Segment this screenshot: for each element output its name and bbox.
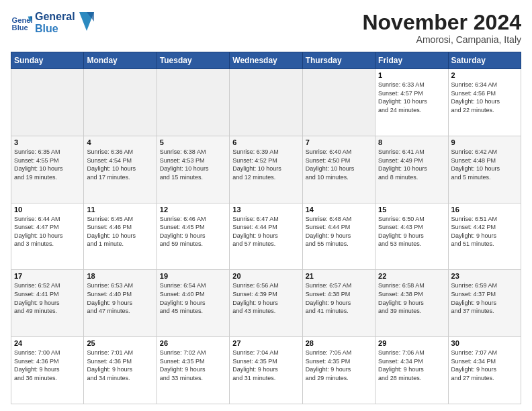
day-detail: Sunrise: 6:46 AM Sunset: 4:45 PM Dayligh… xyxy=(160,215,226,248)
month-title: November 2024 xyxy=(362,11,521,34)
day-detail: Sunrise: 6:59 AM Sunset: 4:37 PM Dayligh… xyxy=(451,281,518,315)
location-subtitle: Amorosi, Campania, Italy xyxy=(362,34,521,45)
calendar-cell: 24Sunrise: 7:00 AM Sunset: 4:36 PM Dayli… xyxy=(11,337,84,404)
day-detail: Sunrise: 7:01 AM Sunset: 4:36 PM Dayligh… xyxy=(87,349,153,382)
calendar-cell xyxy=(157,69,229,136)
day-detail: Sunrise: 7:00 AM Sunset: 4:36 PM Dayligh… xyxy=(14,349,81,382)
day-number: 24 xyxy=(14,339,81,347)
week-row-2: 3Sunrise: 6:35 AM Sunset: 4:55 PM Daylig… xyxy=(11,136,521,203)
day-detail: Sunrise: 6:36 AM Sunset: 4:54 PM Dayligh… xyxy=(87,148,153,181)
day-detail: Sunrise: 6:45 AM Sunset: 4:46 PM Dayligh… xyxy=(87,215,153,248)
calendar-cell: 11Sunrise: 6:45 AM Sunset: 4:46 PM Dayli… xyxy=(84,203,157,270)
calendar-cell: 23Sunrise: 6:59 AM Sunset: 4:37 PM Dayli… xyxy=(448,270,521,337)
day-number: 28 xyxy=(306,339,372,347)
day-detail: Sunrise: 6:34 AM Sunset: 4:56 PM Dayligh… xyxy=(451,81,518,114)
calendar-cell: 30Sunrise: 7:07 AM Sunset: 4:34 PM Dayli… xyxy=(448,337,521,404)
day-detail: Sunrise: 6:40 AM Sunset: 4:50 PM Dayligh… xyxy=(306,148,372,181)
calendar-cell: 9Sunrise: 6:42 AM Sunset: 4:48 PM Daylig… xyxy=(448,136,521,203)
calendar-cell: 3Sunrise: 6:35 AM Sunset: 4:55 PM Daylig… xyxy=(11,136,84,203)
day-detail: Sunrise: 7:06 AM Sunset: 4:34 PM Dayligh… xyxy=(378,349,445,382)
calendar-cell: 10Sunrise: 6:44 AM Sunset: 4:47 PM Dayli… xyxy=(11,203,84,270)
day-detail: Sunrise: 6:53 AM Sunset: 4:40 PM Dayligh… xyxy=(87,281,153,315)
logo-triangle-icon xyxy=(79,12,94,31)
calendar-cell: 1Sunrise: 6:33 AM Sunset: 4:57 PM Daylig… xyxy=(375,69,448,136)
title-block: November 2024 Amorosi, Campania, Italy xyxy=(362,11,521,45)
day-detail: Sunrise: 6:57 AM Sunset: 4:38 PM Dayligh… xyxy=(306,281,372,315)
calendar-cell: 14Sunrise: 6:48 AM Sunset: 4:44 PM Dayli… xyxy=(302,203,375,270)
calendar-cell: 18Sunrise: 6:53 AM Sunset: 4:40 PM Dayli… xyxy=(84,270,157,337)
calendar-cell: 16Sunrise: 6:51 AM Sunset: 4:42 PM Dayli… xyxy=(448,203,521,270)
col-thursday: Thursday xyxy=(302,52,375,69)
day-detail: Sunrise: 6:35 AM Sunset: 4:55 PM Dayligh… xyxy=(14,148,81,181)
day-detail: Sunrise: 7:02 AM Sunset: 4:35 PM Dayligh… xyxy=(160,349,226,382)
day-number: 4 xyxy=(87,138,153,146)
day-number: 11 xyxy=(87,205,153,214)
day-detail: Sunrise: 6:54 AM Sunset: 4:40 PM Dayligh… xyxy=(160,281,226,315)
calendar-cell: 25Sunrise: 7:01 AM Sunset: 4:36 PM Dayli… xyxy=(84,337,157,404)
header: General Blue General Blue November 2024 … xyxy=(11,11,521,45)
day-number: 14 xyxy=(306,205,372,214)
calendar-cell: 15Sunrise: 6:50 AM Sunset: 4:43 PM Dayli… xyxy=(375,203,448,270)
col-sunday: Sunday xyxy=(11,52,84,69)
day-detail: Sunrise: 7:04 AM Sunset: 4:35 PM Dayligh… xyxy=(232,349,299,382)
day-detail: Sunrise: 7:07 AM Sunset: 4:34 PM Dayligh… xyxy=(451,349,518,382)
logo-text-line2: Blue xyxy=(35,23,75,35)
day-number: 29 xyxy=(378,339,445,347)
day-detail: Sunrise: 6:44 AM Sunset: 4:47 PM Dayligh… xyxy=(14,215,81,248)
day-number: 26 xyxy=(160,339,226,347)
calendar-cell xyxy=(11,69,84,136)
calendar-header-row: Sunday Monday Tuesday Wednesday Thursday… xyxy=(11,52,521,69)
logo-text-line1: General xyxy=(35,11,75,23)
day-detail: Sunrise: 6:41 AM Sunset: 4:49 PM Dayligh… xyxy=(378,148,445,181)
calendar-cell: 17Sunrise: 6:52 AM Sunset: 4:41 PM Dayli… xyxy=(11,270,84,337)
calendar-cell xyxy=(302,69,375,136)
day-number: 18 xyxy=(87,272,153,280)
calendar-cell: 28Sunrise: 7:05 AM Sunset: 4:35 PM Dayli… xyxy=(302,337,375,404)
logo-icon: General Blue xyxy=(11,12,32,34)
svg-text:Blue: Blue xyxy=(12,24,28,32)
day-number: 15 xyxy=(378,205,445,214)
calendar-cell: 6Sunrise: 6:39 AM Sunset: 4:52 PM Daylig… xyxy=(230,136,302,203)
calendar-cell: 5Sunrise: 6:38 AM Sunset: 4:53 PM Daylig… xyxy=(157,136,229,203)
day-number: 22 xyxy=(378,272,445,280)
day-number: 23 xyxy=(451,272,518,280)
day-number: 13 xyxy=(232,205,299,214)
calendar-cell: 12Sunrise: 6:46 AM Sunset: 4:45 PM Dayli… xyxy=(157,203,229,270)
day-detail: Sunrise: 6:33 AM Sunset: 4:57 PM Dayligh… xyxy=(378,81,445,114)
day-number: 2 xyxy=(451,71,518,79)
day-detail: Sunrise: 6:56 AM Sunset: 4:39 PM Dayligh… xyxy=(232,281,299,315)
calendar-cell xyxy=(84,69,157,136)
day-detail: Sunrise: 7:05 AM Sunset: 4:35 PM Dayligh… xyxy=(306,349,372,382)
calendar-cell: 22Sunrise: 6:58 AM Sunset: 4:38 PM Dayli… xyxy=(375,270,448,337)
col-friday: Friday xyxy=(375,52,448,69)
day-detail: Sunrise: 6:39 AM Sunset: 4:52 PM Dayligh… xyxy=(232,148,299,181)
logo: General Blue General Blue xyxy=(11,11,94,36)
col-tuesday: Tuesday xyxy=(157,52,229,69)
calendar-cell: 29Sunrise: 7:06 AM Sunset: 4:34 PM Dayli… xyxy=(375,337,448,404)
week-row-1: 1Sunrise: 6:33 AM Sunset: 4:57 PM Daylig… xyxy=(11,69,521,136)
day-number: 5 xyxy=(160,138,226,146)
day-number: 9 xyxy=(451,138,518,146)
col-saturday: Saturday xyxy=(448,52,521,69)
day-detail: Sunrise: 6:38 AM Sunset: 4:53 PM Dayligh… xyxy=(160,148,226,181)
day-number: 21 xyxy=(306,272,372,280)
day-number: 12 xyxy=(160,205,226,214)
day-detail: Sunrise: 6:47 AM Sunset: 4:44 PM Dayligh… xyxy=(232,215,299,248)
calendar-cell: 4Sunrise: 6:36 AM Sunset: 4:54 PM Daylig… xyxy=(84,136,157,203)
day-number: 20 xyxy=(232,272,299,280)
day-number: 10 xyxy=(14,205,81,214)
day-number: 19 xyxy=(160,272,226,280)
day-number: 27 xyxy=(232,339,299,347)
calendar-cell: 2Sunrise: 6:34 AM Sunset: 4:56 PM Daylig… xyxy=(448,69,521,136)
day-detail: Sunrise: 6:50 AM Sunset: 4:43 PM Dayligh… xyxy=(378,215,445,248)
calendar-cell: 21Sunrise: 6:57 AM Sunset: 4:38 PM Dayli… xyxy=(302,270,375,337)
calendar-table: Sunday Monday Tuesday Wednesday Thursday… xyxy=(11,52,521,404)
day-detail: Sunrise: 6:48 AM Sunset: 4:44 PM Dayligh… xyxy=(306,215,372,248)
day-number: 8 xyxy=(378,138,445,146)
day-number: 17 xyxy=(14,272,81,280)
day-detail: Sunrise: 6:52 AM Sunset: 4:41 PM Dayligh… xyxy=(14,281,81,315)
calendar-cell: 19Sunrise: 6:54 AM Sunset: 4:40 PM Dayli… xyxy=(157,270,229,337)
day-number: 25 xyxy=(87,339,153,347)
calendar-cell: 13Sunrise: 6:47 AM Sunset: 4:44 PM Dayli… xyxy=(230,203,302,270)
calendar-cell: 7Sunrise: 6:40 AM Sunset: 4:50 PM Daylig… xyxy=(302,136,375,203)
